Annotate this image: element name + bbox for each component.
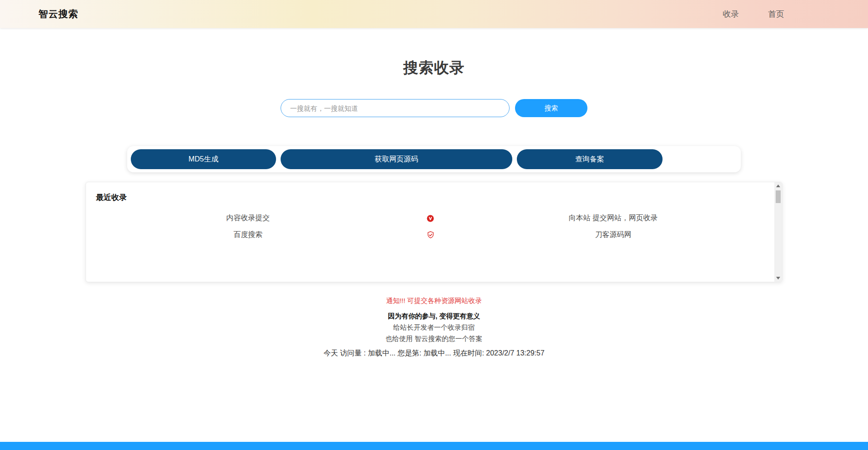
bottom-bar: [0, 442, 868, 450]
footer-visit-stats: 今天 访问量 : 加载中... 您是第: 加载中... 现在时间: 2023/2…: [0, 349, 868, 358]
footer-slogan: 因为有你的参与, 变得更有意义: [0, 312, 868, 321]
scrollbar-up-icon[interactable]: [774, 182, 782, 189]
recent-title: 最近收录: [96, 192, 782, 203]
scrollbar-down-icon[interactable]: [774, 275, 782, 282]
list-item[interactable]: 内容收录提交 向本站 提交网站，网页收录: [86, 210, 775, 227]
footer-line-webmaster: 给站长开发者一个收录归宿: [0, 323, 868, 332]
row-right-label[interactable]: 刀客源码网: [451, 230, 775, 240]
card-scrollbar[interactable]: [774, 182, 782, 282]
tool-get-source-button[interactable]: 获取网页源码: [281, 149, 512, 169]
page-title: 搜索收录: [0, 58, 868, 78]
list-item[interactable]: 百度搜索 刀客源码网: [86, 227, 775, 243]
tool-md5-button[interactable]: MD5生成: [131, 149, 276, 169]
search-input[interactable]: [281, 99, 510, 117]
footer-line-answer: 也给使用 智云搜索的您一个答案: [0, 335, 868, 343]
shield-check-icon: [410, 231, 451, 239]
quick-tools-bar: MD5生成 获取网页源码 查询备案: [127, 146, 741, 172]
row-right-label[interactable]: 向本站 提交网站，网页收录: [451, 213, 775, 223]
row-left-label[interactable]: 内容收录提交: [86, 213, 410, 223]
verified-badge-icon: [410, 214, 451, 223]
nav-link-home[interactable]: 首页: [768, 9, 784, 19]
recent-rows: 内容收录提交 向本站 提交网站，网页收录 百度搜索 刀客源码网: [86, 210, 782, 243]
scrollbar-thumb[interactable]: [776, 190, 781, 203]
recent-card: 最近收录 内容收录提交 向本站 提交网站，网页收录 百度搜索 刀客源码网: [86, 182, 782, 282]
navbar: 智云搜索 收录 首页: [0, 0, 868, 28]
footer-notice: 通知!!! 可提交各种资源网站收录: [0, 297, 868, 305]
footer: 通知!!! 可提交各种资源网站收录 因为有你的参与, 变得更有意义 给站长开发者…: [0, 297, 868, 358]
brand-logo: 智云搜索: [38, 8, 78, 20]
nav-link-shoulu[interactable]: 收录: [723, 9, 739, 19]
tool-icp-lookup-button[interactable]: 查询备案: [517, 149, 663, 169]
search-row: 搜索: [0, 99, 868, 117]
nav-links: 收录 首页: [723, 9, 784, 19]
search-button[interactable]: 搜索: [515, 99, 587, 117]
row-left-label[interactable]: 百度搜索: [86, 230, 410, 240]
